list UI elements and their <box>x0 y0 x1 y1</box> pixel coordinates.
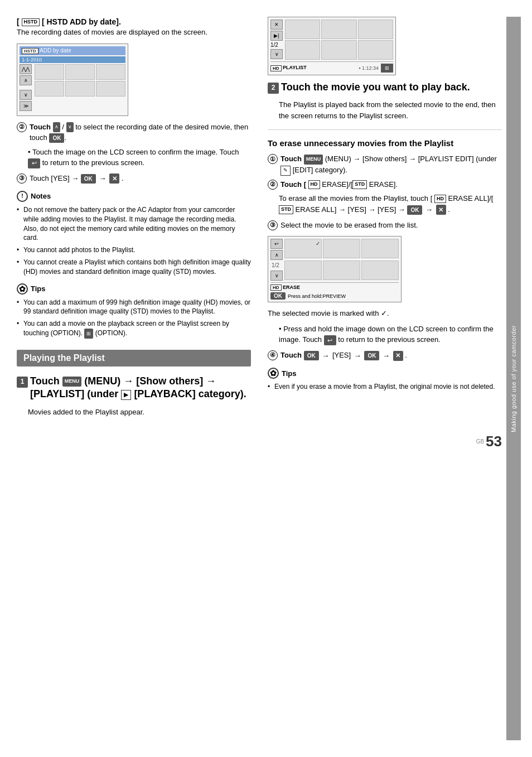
step3-label: Touch [YES] → <box>30 174 79 182</box>
intro-sub-text: The recording dates of movies are displa… <box>17 27 251 38</box>
notes-list: Do not remove the battery pack or the AC… <box>17 205 251 277</box>
step-2-text: Touch ∧ / ∨ to select the recording date… <box>30 122 251 143</box>
ps-cell-2 <box>321 20 356 39</box>
up-btn[interactable]: ∧ <box>20 75 32 85</box>
arrow-erase: → <box>425 205 433 214</box>
ps-x-btn[interactable]: ✕ <box>270 20 283 30</box>
playlist-screen-top: ✕ ▶| 1/2 ∨ <box>268 17 396 75</box>
erase-hd-label: HD ERASE <box>270 285 300 291</box>
thumb-4 <box>35 81 64 97</box>
circle-e2: ② <box>268 180 278 190</box>
tip-left-2: You can add a movie on the playback scre… <box>17 319 251 339</box>
note-2: You cannot add photos to the Playlist. <box>17 245 251 255</box>
erase-bullet: • Press and hold the image down on the L… <box>268 324 502 345</box>
ok-btn-erase[interactable]: OK <box>407 205 422 215</box>
erase-up-btn[interactable]: ∧ <box>270 250 283 260</box>
option-btn[interactable]: ⊞ <box>84 329 93 339</box>
erase-screen-label: ERASE <box>283 285 300 290</box>
ok-btn-4a[interactable]: OK <box>304 351 319 360</box>
step2-bullet-end: to return to the previous screen. <box>42 158 145 167</box>
x-btn-1[interactable]: ✕ <box>109 173 119 184</box>
erase-yes: [YES] <box>332 351 351 359</box>
erase-step3-text: Select the movie to be erased from the l… <box>280 220 418 231</box>
step2-desc: The Playlist is played back from the sel… <box>268 99 502 121</box>
ps-option-icon[interactable]: ⊞ <box>381 64 393 73</box>
spacer <box>20 86 32 89</box>
gb-label: GB <box>476 438 484 445</box>
ps-play-btn[interactable]: ▶| <box>270 31 283 41</box>
erase-back-btn[interactable]: ↩ <box>270 239 283 249</box>
ps-right: ▪ 1:12:34 ⊞ <box>359 64 393 73</box>
std-erase-1: STD <box>352 180 367 189</box>
menu-btn-left[interactable]: MENU <box>62 377 82 387</box>
tip-left-2-text: You can add a movie on the playback scre… <box>23 320 229 337</box>
side-tab: Making good use of your camcorder <box>506 17 521 740</box>
divider-1 <box>268 129 502 130</box>
thumbnail-grid <box>35 64 125 113</box>
step-3-text: Touch [YES] → OK → ✕ . <box>30 173 123 184</box>
intro-bracket: [ HSTD [ HSTD ADD by date]. <box>17 17 251 27</box>
ok-btn-4b[interactable]: OK <box>364 351 379 360</box>
erase-cell-4 <box>284 261 322 280</box>
tips-label-left: Tips <box>31 285 46 293</box>
down-btn[interactable]: ∨ <box>20 90 32 100</box>
up-up-btn[interactable]: ⋀⋀ <box>20 64 32 74</box>
menu-btn-right[interactable]: MENU <box>304 155 323 165</box>
step-2-heading: 2 Touch the movie you want to play back. <box>268 81 502 94</box>
erase-screen-note: The selected movie is marked with ✓. <box>268 308 502 319</box>
ok-btn-2[interactable]: OK <box>81 174 96 184</box>
step-num-2: 2 <box>268 83 279 94</box>
erase-page: 1/2 <box>270 261 283 269</box>
screen-left-controls: ⋀⋀ ∧ ∨ ≫ <box>20 64 33 111</box>
erase-bullet-end: to return to the previous screen. <box>338 335 441 344</box>
erase-step2-note: To erase all the movies from the Playlis… <box>268 193 502 215</box>
step-3-row: ③ Touch [YES] → OK → ✕ . <box>17 173 251 184</box>
down-down-btn[interactable]: ≫ <box>20 101 32 111</box>
erase-hd-icon: HD <box>270 285 282 291</box>
preview-label: Press and hold:PREVIEW <box>288 293 346 299</box>
ok-btn-screen[interactable]: OK <box>270 292 286 300</box>
playback-icon: ▶ <box>121 390 131 400</box>
tips-section-right: ✿ Tips Even if you erase a movie from a … <box>268 368 502 392</box>
notes-label: Notes <box>31 192 51 200</box>
x-btn-4[interactable]: ✕ <box>393 351 403 361</box>
erase-step-3: ③ Select the movie to be erased from the… <box>268 220 502 231</box>
arrow-4b: → <box>354 351 361 360</box>
right-column: ✕ ▶| 1/2 ∨ <box>268 17 502 422</box>
erase-step1-text: Touch MENU (MENU) → [Show others] → [PLA… <box>280 153 502 175</box>
x-btn-erase[interactable]: ✕ <box>436 205 446 215</box>
erase-cell-5 <box>323 261 360 280</box>
hstd-icon: HSTD <box>22 18 40 26</box>
tips-label-right: Tips <box>282 369 297 378</box>
back-btn-1[interactable]: ↩ <box>28 158 40 168</box>
screen-header: HSTD ADD by date <box>20 46 125 55</box>
ps-down-btn[interactable]: ∨ <box>270 49 283 59</box>
erase-screen: ↩ ∧ 1/2 ∨ <box>268 236 402 302</box>
erase-down-btn[interactable]: ∨ <box>270 271 283 281</box>
erase-ctrl: ↩ ∧ 1/2 ∨ <box>270 239 283 281</box>
erase-step4-text: Touch OK → [YES] → OK → ✕ . <box>280 350 407 361</box>
add-by-date-screen: HSTD ADD by date 1-1-2010 ⋀⋀ ∧ ∨ ≫ <box>17 44 128 116</box>
circle-2: ② <box>17 122 27 132</box>
ps-cell-1 <box>285 20 320 39</box>
erase-step1-end: [EDIT] category). <box>293 166 347 174</box>
ok-btn-1[interactable]: OK <box>49 133 64 143</box>
back-btn-erase[interactable]: ↩ <box>324 335 336 345</box>
ps-page: 1/2 <box>270 42 283 48</box>
tips-list-right: Even if you erase a movie from a Playlis… <box>268 382 502 392</box>
tips-icon-right: ✿ <box>268 368 279 379</box>
down-icon[interactable]: ∨ <box>66 122 74 132</box>
date-highlight: 1-1-2010 <box>20 56 125 63</box>
ps-cell-3 <box>358 20 393 39</box>
note-1: Do not remove the battery pack or the AC… <box>17 205 251 243</box>
up-icon[interactable]: ∧ <box>53 122 60 132</box>
tips-title-left: ✿ Tips <box>17 283 251 295</box>
step-2-bullet: • Touch the image on the LCD screen to c… <box>17 147 251 168</box>
tips-section-left: ✿ Tips You can add a maximum of 999 high… <box>17 283 251 339</box>
tip-right-1: Even if you erase a movie from a Playlis… <box>268 382 502 392</box>
ps-cell-4 <box>285 40 320 60</box>
notes-section: ! Notes Do not remove the battery pack o… <box>17 191 251 277</box>
touch-label: Touch <box>30 123 51 131</box>
tips-list-left: You can add a maximum of 999 high defini… <box>17 298 251 339</box>
left-column: [ HSTD [ HSTD ADD by date]. The recordin… <box>17 17 251 422</box>
